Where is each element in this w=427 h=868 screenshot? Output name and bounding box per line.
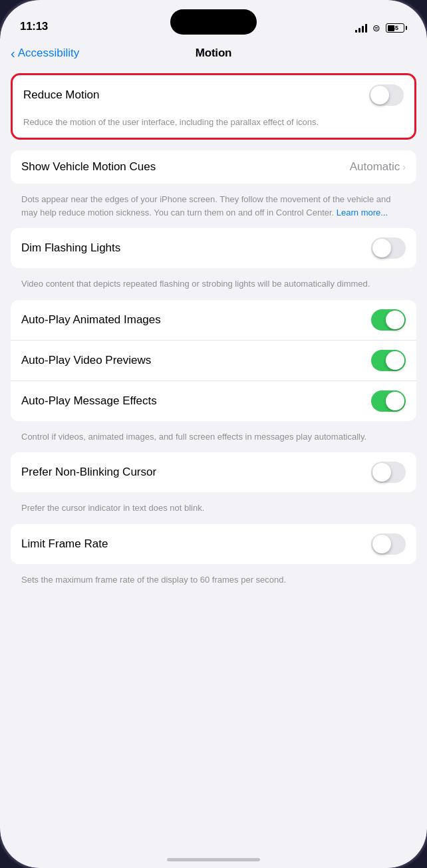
non-blinking-row: Prefer Non-Blinking Cursor bbox=[11, 452, 416, 492]
vehicle-motion-description-section: Dots appear near the edges of your iPhon… bbox=[11, 189, 416, 228]
autoplay-description: Control if videos, animated images, and … bbox=[21, 430, 406, 444]
vehicle-motion-label: Show Vehicle Motion Cues bbox=[21, 160, 156, 174]
content-area: Reduce Motion Reduce the motion of the u… bbox=[0, 68, 427, 635]
gap1 bbox=[11, 68, 416, 73]
limit-frame-toggle[interactable] bbox=[371, 533, 406, 555]
status-time: 11:13 bbox=[20, 20, 48, 33]
reduce-motion-row: Reduce Motion bbox=[13, 75, 414, 115]
auto-play-message-label: Auto-Play Message Effects bbox=[21, 394, 157, 408]
non-blinking-card: Prefer Non-Blinking Cursor bbox=[11, 452, 416, 492]
gap2 bbox=[11, 145, 416, 150]
page-title: Motion bbox=[196, 47, 232, 60]
toggle-thumb-video bbox=[386, 351, 404, 370]
dim-flashing-description-section: Video content that depicts repeated flas… bbox=[11, 273, 416, 300]
dim-flashing-toggle[interactable] bbox=[371, 237, 406, 259]
limit-frame-card: Limit Frame Rate bbox=[11, 524, 416, 564]
non-blinking-toggle[interactable] bbox=[371, 462, 406, 483]
vehicle-motion-card: Show Vehicle Motion Cues Automatic › bbox=[11, 150, 416, 184]
auto-play-video-toggle[interactable] bbox=[371, 350, 406, 371]
auto-play-video-row: Auto-Play Video Previews bbox=[11, 340, 416, 380]
dim-flashing-description: Video content that depicts repeated flas… bbox=[21, 277, 406, 291]
limit-frame-description: Sets the maximum frame rate of the displ… bbox=[21, 573, 406, 587]
limit-frame-label: Limit Frame Rate bbox=[21, 537, 108, 551]
non-blinking-label: Prefer Non-Blinking Cursor bbox=[21, 466, 156, 479]
phone-screen: 11:13 ⊜ 45 bbox=[0, 0, 427, 868]
toggle-thumb-frame bbox=[372, 535, 391, 553]
toggle-thumb-message bbox=[386, 392, 404, 410]
limit-frame-row: Limit Frame Rate bbox=[11, 524, 416, 564]
reduce-motion-toggle[interactable] bbox=[369, 84, 404, 106]
toggle-thumb-cursor bbox=[372, 463, 391, 482]
auto-play-images-toggle[interactable] bbox=[371, 309, 406, 331]
autoplay-card: Auto-Play Animated Images Auto-Play Vide… bbox=[11, 300, 416, 421]
learn-more-link[interactable]: Learn more... bbox=[337, 208, 388, 217]
toggle-thumb bbox=[370, 86, 389, 104]
chevron-right-icon: › bbox=[402, 162, 406, 172]
toggle-thumb-dim bbox=[372, 239, 391, 257]
status-icons: ⊜ 45 bbox=[355, 23, 407, 33]
vehicle-motion-value: Automatic › bbox=[350, 160, 406, 174]
phone-shell: 11:13 ⊜ 45 bbox=[0, 0, 427, 868]
nav-header: ‹ Accessibility Motion bbox=[0, 39, 427, 68]
auto-play-message-toggle[interactable] bbox=[371, 390, 406, 412]
reduce-motion-label: Reduce Motion bbox=[23, 88, 99, 102]
auto-play-message-row: Auto-Play Message Effects bbox=[11, 380, 416, 421]
reduce-motion-description: Reduce the motion of the user interface,… bbox=[13, 115, 414, 138]
auto-play-video-label: Auto-Play Video Previews bbox=[21, 354, 151, 367]
back-button[interactable]: ‹ Accessibility bbox=[11, 47, 79, 60]
auto-play-images-row: Auto-Play Animated Images bbox=[11, 300, 416, 340]
home-indicator bbox=[167, 858, 260, 861]
signal-icon bbox=[355, 23, 367, 33]
back-label: Accessibility bbox=[18, 47, 80, 60]
limit-frame-description-section: Sets the maximum frame rate of the displ… bbox=[11, 569, 416, 596]
autoplay-description-section: Control if videos, animated images, and … bbox=[11, 426, 416, 453]
dim-flashing-label: Dim Flashing Lights bbox=[21, 241, 120, 255]
vehicle-motion-description: Dots appear near the edges of your iPhon… bbox=[21, 193, 406, 219]
bottom-spacer bbox=[11, 595, 416, 635]
toggle-thumb-images bbox=[386, 311, 404, 329]
non-blinking-description: Prefer the cursor indicator in text does… bbox=[21, 502, 406, 515]
chevron-left-icon: ‹ bbox=[11, 47, 15, 60]
dim-flashing-row: Dim Flashing Lights bbox=[11, 228, 416, 268]
non-blinking-description-section: Prefer the cursor indicator in text does… bbox=[11, 498, 416, 524]
dim-flashing-card: Dim Flashing Lights bbox=[11, 228, 416, 268]
auto-play-images-label: Auto-Play Animated Images bbox=[21, 313, 161, 327]
reduce-motion-card: Reduce Motion Reduce the motion of the u… bbox=[11, 73, 416, 140]
dynamic-island bbox=[170, 9, 257, 35]
battery-icon: 45 bbox=[386, 23, 407, 33]
wifi-icon: ⊜ bbox=[372, 23, 380, 33]
vehicle-motion-row[interactable]: Show Vehicle Motion Cues Automatic › bbox=[11, 150, 416, 184]
